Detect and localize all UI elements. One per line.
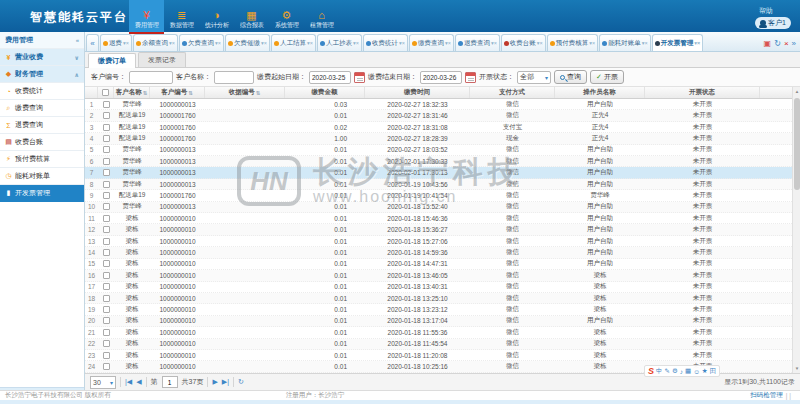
row-checkbox[interactable] xyxy=(103,226,110,233)
sidebar-item-退费查询[interactable]: Σ退费查询 xyxy=(0,117,84,134)
header-支付方式[interactable]: 支付方式 xyxy=(470,87,555,98)
tab-缴费查询[interactable]: 缴费查询▾× xyxy=(409,34,454,51)
inner-tab-缴费订单[interactable]: 缴费订单 xyxy=(88,53,136,68)
gear-icon[interactable]: ⚙ xyxy=(672,367,678,375)
invoice-status-select[interactable]: 全部 ▾ xyxy=(517,71,551,84)
table-row[interactable]: 13梁栋10000000100.012020-01-18 15:27:06微信用… xyxy=(85,236,792,247)
lang-icon[interactable]: 中 xyxy=(656,367,663,376)
table-row[interactable]: 22梁栋10000000100.012020-01-18 11:45:54微信梁… xyxy=(85,339,792,350)
sidebar-item-收费台账[interactable]: ▤收费台账 xyxy=(0,134,84,151)
table-row[interactable]: 2配送单1910000017600.012020-02-27 18:31:46微… xyxy=(85,110,792,121)
sidebar-item-开发票管理[interactable]: ▮开发票管理 xyxy=(0,185,84,202)
row-checkbox[interactable] xyxy=(103,169,110,176)
row-checkbox[interactable] xyxy=(103,192,110,199)
sidebar-item-收费统计[interactable]: ◔收费统计 xyxy=(0,83,84,100)
sort-icon[interactable]: ⇅ xyxy=(188,90,193,96)
table-row[interactable]: 3配送单1910000017600.022020-02-27 18:31:08支… xyxy=(85,122,792,133)
tab-close-icon[interactable]: ▾× xyxy=(491,40,497,46)
tab-欠费查询[interactable]: 欠费查询▾× xyxy=(179,34,224,51)
table-row[interactable]: 7贾华峰10000000130.012020-02-01 17:30:13微信用… xyxy=(85,167,792,178)
page-size-select[interactable]: 30 ▾ xyxy=(90,376,116,389)
tab-close-icon[interactable]: ▾× xyxy=(169,40,175,46)
start-date-input[interactable] xyxy=(309,71,351,84)
scroll-tabs-left-icon[interactable]: « xyxy=(86,34,99,51)
tab-收费台账[interactable]: 收费台账▾× xyxy=(501,34,546,51)
customer-name-input[interactable] xyxy=(214,71,254,84)
table-row[interactable]: 14梁栋10000000100.012020-01-18 14:59:36微信用… xyxy=(85,247,792,258)
row-checkbox[interactable] xyxy=(103,203,110,210)
hand-icon[interactable]: ☺ xyxy=(693,368,700,375)
row-checkbox[interactable] xyxy=(103,272,110,279)
sidebar-item-预付费核算[interactable]: ⚡预付费核算 xyxy=(0,151,84,168)
last-page-button[interactable]: ▶| xyxy=(222,378,229,386)
header-缴费时间[interactable]: 缴费时间 xyxy=(365,87,470,98)
nav-item-综合报表[interactable]: ▦综合报表 xyxy=(234,0,269,32)
table-row[interactable]: 16梁栋10000000100.012020-01-18 13:46:05微信梁… xyxy=(85,270,792,281)
row-checkbox[interactable] xyxy=(103,329,110,336)
nav-item-费用管理[interactable]: ¥费用管理 xyxy=(129,0,164,32)
tab-close-icon[interactable]: ▾× xyxy=(537,40,543,46)
row-checkbox[interactable] xyxy=(103,317,110,324)
inner-tab-发票记录[interactable]: 发票记录 xyxy=(138,52,186,67)
row-checkbox[interactable] xyxy=(103,260,110,267)
grid-icon[interactable]: 田 xyxy=(710,367,717,376)
tab-close-icon[interactable]: ▾× xyxy=(215,40,221,46)
tab-人工抄表[interactable]: 人工抄表▾× xyxy=(317,34,362,51)
table-row[interactable]: 11梁栋10000000100.012020-01-18 15:46:36微信用… xyxy=(85,213,792,224)
row-checkbox[interactable] xyxy=(103,101,110,108)
header-缴费金额[interactable]: 缴费金额 xyxy=(285,87,365,98)
row-checkbox[interactable] xyxy=(103,124,110,131)
table-row[interactable]: 6贾华峰10000000130.012020-02-01 17:30:33微信用… xyxy=(85,156,792,167)
tab-人工结算[interactable]: 人工结算▾× xyxy=(271,34,316,51)
refresh-icon[interactable]: ↻ xyxy=(774,40,781,48)
header-操作员名称[interactable]: 操作员名称 xyxy=(555,87,645,98)
fav-icon[interactable]: ★ xyxy=(702,367,708,375)
table-row[interactable]: 12梁栋10000000100.012020-01-18 15:36:27微信用… xyxy=(85,224,792,235)
tab-close-icon[interactable]: ▾× xyxy=(307,40,313,46)
sidebar-section-营业收费[interactable]: ¥营业收费∨ xyxy=(0,49,84,66)
next-page-button[interactable]: ▶ xyxy=(212,378,217,386)
refresh-icon[interactable]: ↻ xyxy=(238,378,244,386)
table-row[interactable]: 21梁栋10000000100.012020-01-18 11:55:36微信梁… xyxy=(85,327,792,338)
tab-close-icon[interactable]: ▾× xyxy=(694,40,700,46)
tab-close-icon[interactable]: ▾× xyxy=(399,40,405,46)
row-checkbox[interactable] xyxy=(103,363,110,370)
table-row[interactable]: 15梁栋10000000100.012020-01-18 14:47:31微信用… xyxy=(85,259,792,270)
table-row[interactable]: 8贾华峰10000000130.012020-01-19 10:43:56微信用… xyxy=(85,179,792,190)
tab-close-icon[interactable]: ▾× xyxy=(589,40,595,46)
table-row[interactable]: 17梁栋10000000100.012020-01-18 13:40:31微信梁… xyxy=(85,282,792,293)
sidebar-item-能耗对账单[interactable]: ◷能耗对账单 xyxy=(0,168,84,185)
table-row[interactable]: 4配送单1910000017601.002020-02-27 18:28:39现… xyxy=(85,133,792,144)
nav-item-系统管理[interactable]: ⚙系统管理 xyxy=(269,0,304,32)
header-收据编号[interactable]: 收据编号⇅ xyxy=(205,87,285,98)
nav-item-统计分析[interactable]: ◑统计分析 xyxy=(199,0,234,32)
table-row[interactable]: 23梁栋10000000100.012020-01-18 11:20:08微信梁… xyxy=(85,350,792,361)
row-checkbox[interactable] xyxy=(103,249,110,256)
help-link[interactable]: 帮助 xyxy=(759,6,773,16)
calendar-icon[interactable] xyxy=(354,72,365,83)
row-checkbox[interactable] xyxy=(103,215,110,222)
tab-欠费催缴[interactable]: 欠费催缴▾× xyxy=(225,34,270,51)
tab-退费查询[interactable]: 退费查询▾× xyxy=(455,34,500,51)
nav-item-租赁管理[interactable]: ⌂租赁管理 xyxy=(304,0,339,32)
end-date-input[interactable] xyxy=(420,71,462,84)
sidebar-item-缴费查询[interactable]: ⌕缴费查询 xyxy=(0,100,84,117)
header-客户编号[interactable]: 客户编号⇅ xyxy=(150,87,205,98)
sidebar-module-header[interactable]: 费用管理 « xyxy=(0,32,84,49)
header-开票状态[interactable]: 开票状态 xyxy=(645,87,760,98)
sort-icon[interactable]: ⇅ xyxy=(143,90,148,96)
pen-icon[interactable]: ✎ xyxy=(665,367,670,375)
tab-close-icon[interactable]: ▾× xyxy=(353,40,359,46)
scroll-down-icon[interactable]: ▼ xyxy=(793,364,800,373)
scroll-up-icon[interactable]: ▲ xyxy=(793,87,800,96)
row-checkbox[interactable] xyxy=(103,295,110,302)
sidebar-section-财务管理[interactable]: ◆财务管理∧ xyxy=(0,66,84,83)
collapse-sidebar-icon[interactable]: « xyxy=(76,37,79,43)
tab-退费[interactable]: 退费▾× xyxy=(100,34,132,51)
tab-close-icon[interactable]: ▾× xyxy=(123,40,129,46)
row-checkbox[interactable] xyxy=(103,340,110,347)
table-row[interactable]: 9配送单1910000017600.012020-01-19 10:41:54微… xyxy=(85,190,792,201)
row-checkbox[interactable] xyxy=(103,352,110,359)
select-all-checkbox[interactable] xyxy=(102,89,109,96)
tab-close-icon[interactable]: ▾× xyxy=(261,40,267,46)
